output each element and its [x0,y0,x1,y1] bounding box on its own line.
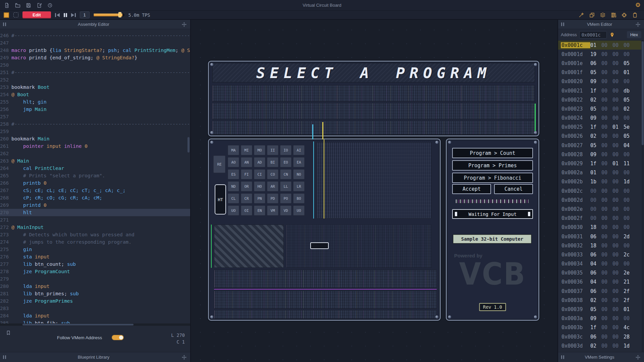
vmem-row[interactable]: 0x000211f0000db [558,86,641,95]
vcb-logo: VCB [447,256,538,292]
circuit-block [286,225,432,268]
vmem-row[interactable]: 0x0002705000004 [558,141,641,150]
stamp-icon[interactable] [589,12,595,18]
vmem-row[interactable]: 0x0002809000000 [558,150,641,159]
code-token [11,98,23,106]
blueprint-library-header: Blueprint Library [0,352,190,362]
vmem-row[interactable]: 0x0003b1f00004c [558,323,641,332]
screw [210,63,213,66]
vmem-row[interactable]: 0x0003604000021 [558,278,641,287]
color-swatch[interactable] [3,12,9,18]
step-back-button[interactable] [55,13,60,17]
vmem-byte: 00 [624,170,635,176]
vmem-row[interactable]: 0x0002409000000 [558,114,641,123]
clipboard-icon[interactable] [632,12,638,18]
hex-mode-button[interactable]: Hex [627,31,641,38]
vmem-row[interactable]: 0x0002c00000000 [558,186,641,195]
vmem-row[interactable]: 0x0001e06000005 [558,59,641,68]
save-icon[interactable] [25,2,32,8]
vmem-table[interactable]: 0x0001c010000000x0001d190000000x0001e060… [558,41,641,352]
code-token: end_of_string; [52,54,96,61]
step-forward-button[interactable] [71,13,76,17]
bookmark-icon[interactable] [5,330,11,336]
vmem-row[interactable]: 0x0002d00000000 [558,195,641,204]
vmem-byte: 00 [601,124,612,130]
line-number: 270 [0,209,11,216]
vmem-row[interactable]: 0x0003218000000 [558,241,641,250]
gear-icon[interactable]: ⚙ [635,2,641,8]
code-line: 285 lib btn_fib; sub [0,319,190,323]
line-number: 251 [0,69,11,76]
screw [210,141,213,144]
move-panel-icon[interactable] [181,354,187,360]
code-line: 264 cal PrintClear [0,165,190,172]
code-editor[interactable]: 246#------------------------------------… [0,29,190,323]
edit-mode-button[interactable]: Edit [22,11,51,18]
vmem-row[interactable]: 0x0003a09000000 [558,314,641,323]
vmem-address: 0x00022 [561,97,590,103]
program-button[interactable]: Program > Count [452,148,533,158]
accept-button[interactable]: Accept [452,184,491,194]
layers-icon[interactable] [600,12,606,18]
banner-text: SELECT A PROGRAM [256,64,491,81]
vmem-row[interactable]: 0x000330600002c [558,250,641,259]
vmem-row[interactable]: 0x0002202000005 [558,95,641,104]
pin-icon[interactable] [609,32,615,38]
tps-slider[interactable] [94,13,124,16]
vmem-row[interactable]: 0x000291f000111 [558,159,641,168]
vmem-row[interactable]: 0x0001d19000000 [558,50,641,59]
vmem-row[interactable]: 0x0003905000001 [558,305,641,314]
vmem-row[interactable]: 0x0002009000000 [558,77,641,86]
cancel-button[interactable]: Cancel [494,184,533,194]
vmem-row[interactable]: 0x0003d0200001d [558,341,641,350]
circuit-canvas[interactable]: SELECT A PROGRAM RE MAMIMOIIIOAIAOANADBI… [191,20,557,362]
address-input[interactable] [579,31,607,39]
scrollbar-thumb[interactable] [187,137,190,153]
screw [448,315,451,318]
new-file-icon[interactable] [4,2,10,8]
vmem-row[interactable]: 0x0002305000002 [558,104,641,113]
vmem-byte: 00 [601,297,612,303]
move-panel-icon[interactable] [181,21,187,27]
scrollbar-thumb[interactable] [22,324,133,325]
edit-file-icon[interactable] [36,2,42,8]
selection-tool-icon[interactable] [13,12,18,17]
program-button[interactable]: Program > Fibonacci [452,173,533,183]
vmem-row[interactable]: 0x000310600002d [558,232,641,241]
wand-icon[interactable] [578,12,584,18]
program-button[interactable]: Program > Primes [452,160,533,171]
vmem-row[interactable]: 0x0002602000005 [558,132,641,141]
library-icon[interactable] [610,12,616,18]
vmem-byte: 00 [601,234,612,240]
move-panel-icon[interactable] [635,354,641,360]
move-panel-icon[interactable] [635,21,641,27]
line-number: 255 [0,98,11,106]
editor-horizontal-scrollbar[interactable] [0,323,190,326]
vmem-row[interactable]: 0x000380200002f [558,296,641,305]
editor-vertical-scrollbar[interactable] [187,29,190,323]
vmem-row[interactable]: 0x0003c06000028 [558,332,641,341]
vmem-row[interactable]: 0x0002b1b00001d [558,177,641,186]
follow-vmem-toggle[interactable] [112,335,124,340]
chip-icon[interactable] [621,12,627,18]
vmem-row[interactable]: 0x000251f00015e [558,123,641,132]
open-icon[interactable] [15,2,21,8]
circuit-row [212,121,535,135]
vmem-row[interactable]: 0x000370600002f [558,287,641,296]
history-icon[interactable] [47,2,53,8]
vmem-row[interactable]: 0x000350600002e [558,268,641,278]
screw [210,315,213,318]
vmem-row[interactable]: 0x0002a01000000 [558,168,641,177]
vmem-scrollbar[interactable] [642,41,644,352]
step-count-input[interactable]: 1 [80,11,90,18]
ht-port: HT [215,184,226,215]
vmem-row[interactable]: 0x0003018000000 [558,223,641,232]
vmem-row[interactable]: 0x0003404000000 [558,259,641,268]
pause-button[interactable] [64,13,67,17]
vmem-row[interactable]: 0x0002e00000000 [558,204,641,214]
scrollbar-thumb[interactable] [642,41,644,145]
vmem-row[interactable]: 0x0001c01000000 [558,41,641,50]
vmem-row[interactable]: 0x0002f00000000 [558,214,641,223]
vmem-row[interactable]: 0x0001f05000001 [558,68,641,77]
slider-handle[interactable] [118,12,121,17]
